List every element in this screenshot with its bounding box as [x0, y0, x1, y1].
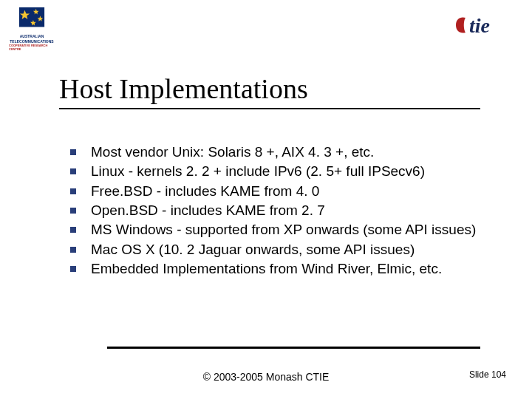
bullet-text: MS Windows - supported from XP onwards (…	[91, 221, 476, 239]
logo-ctie: tie	[447, 10, 517, 40]
list-item: Mac OS X (10. 2 Jaguar onwards, some API…	[70, 241, 484, 259]
bullet-icon	[70, 247, 76, 253]
bullet-icon	[70, 227, 76, 233]
list-item: Open.BSD - includes KAME from 2. 7	[70, 202, 484, 219]
bullet-icon	[70, 188, 76, 194]
ctie-logo-icon: tie	[447, 10, 517, 40]
logo-left-line1: AUSTRALIAN	[20, 35, 44, 39]
logo-right-text: tie	[469, 14, 490, 37]
bullet-text: Mac OS X (10. 2 Jaguar onwards, some API…	[91, 241, 415, 259]
star-flag-icon	[18, 6, 46, 34]
logo-left-sub: COOPERATIVE RESEARCH CENTRE	[9, 44, 55, 51]
list-item: Free.BSD - includes KAME from 4. 0	[70, 183, 484, 200]
list-item: Linux - kernels 2. 2 + include IPv6 (2. …	[70, 163, 484, 180]
title-underline	[59, 108, 480, 109]
list-item: MS Windows - supported from XP onwards (…	[70, 221, 484, 239]
list-item: Most vendor Unix: Solaris 8 +, AIX 4. 3 …	[70, 143, 484, 161]
bullet-list: Most vendor Unix: Solaris 8 +, AIX 4. 3 …	[70, 143, 484, 279]
bullet-text: Linux - kernels 2. 2 + include IPv6 (2. …	[91, 163, 425, 180]
slide-title: Host Implementations	[59, 72, 308, 105]
bullet-icon	[70, 266, 76, 272]
list-item: Embedded Implementations from Wind River…	[70, 260, 484, 278]
bullet-text: Free.BSD - includes KAME from 4. 0	[91, 183, 319, 200]
footer-divider	[107, 347, 480, 349]
logo-atcrc: AUSTRALIAN TELECOMMUNICATIONS COOPERATIV…	[9, 6, 55, 52]
bullet-icon	[70, 208, 76, 214]
bullet-icon	[70, 149, 76, 155]
bullet-text: Open.BSD - includes KAME from 2. 7	[91, 202, 325, 219]
bullet-icon	[70, 168, 76, 174]
header-logos: AUSTRALIAN TELECOMMUNICATIONS COOPERATIV…	[0, 6, 532, 50]
bullet-text: Embedded Implementations from Wind River…	[91, 260, 442, 278]
footer-slide-number: Slide 104	[469, 369, 506, 380]
footer-copyright: © 2003-2005 Monash CTIE	[0, 371, 532, 383]
bullet-text: Most vendor Unix: Solaris 8 +, AIX 4. 3 …	[91, 143, 374, 161]
